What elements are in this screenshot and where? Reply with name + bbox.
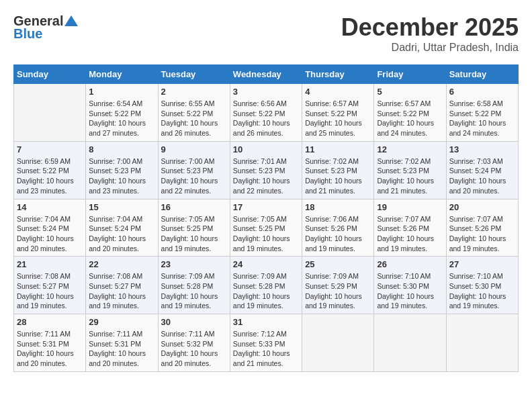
weekday-header-sunday: Sunday xyxy=(14,65,86,84)
day-info: Sunrise: 7:09 AM Sunset: 5:28 PM Dayligh… xyxy=(161,271,227,311)
calendar-cell: 17Sunrise: 7:05 AM Sunset: 5:25 PM Dayli… xyxy=(230,199,302,257)
calendar-cell: 26Sunrise: 7:10 AM Sunset: 5:30 PM Dayli… xyxy=(374,257,446,314)
calendar-cell: 13Sunrise: 7:03 AM Sunset: 5:24 PM Dayli… xyxy=(446,141,518,199)
day-info: Sunrise: 7:09 AM Sunset: 5:29 PM Dayligh… xyxy=(305,271,371,311)
calendar-cell: 15Sunrise: 7:04 AM Sunset: 5:24 PM Dayli… xyxy=(86,199,158,257)
calendar-cell: 30Sunrise: 7:11 AM Sunset: 5:32 PM Dayli… xyxy=(158,314,230,372)
calendar-cell: 2Sunrise: 6:55 AM Sunset: 5:22 PM Daylig… xyxy=(158,84,230,142)
weekday-header-wednesday: Wednesday xyxy=(230,65,302,84)
weekday-header-friday: Friday xyxy=(374,65,446,84)
weekday-header-tuesday: Tuesday xyxy=(158,65,230,84)
header: General Blue December 2025 Dadri, Uttar … xyxy=(13,13,519,54)
weekday-header-thursday: Thursday xyxy=(302,65,374,84)
day-number: 19 xyxy=(377,202,443,212)
day-number: 1 xyxy=(89,87,154,97)
calendar-cell: 10Sunrise: 7:01 AM Sunset: 5:23 PM Dayli… xyxy=(230,141,302,199)
title-area: December 2025 Dadri, Uttar Pradesh, Indi… xyxy=(341,13,519,54)
calendar-cell: 3Sunrise: 6:56 AM Sunset: 5:22 PM Daylig… xyxy=(230,84,302,142)
calendar-cell: 25Sunrise: 7:09 AM Sunset: 5:29 PM Dayli… xyxy=(302,257,374,314)
logo-icon xyxy=(64,14,78,28)
calendar-week-row: 7Sunrise: 6:59 AM Sunset: 5:22 PM Daylig… xyxy=(14,141,519,199)
calendar: SundayMondayTuesdayWednesdayThursdayFrid… xyxy=(13,64,519,372)
day-info: Sunrise: 7:09 AM Sunset: 5:28 PM Dayligh… xyxy=(233,271,299,311)
weekday-header-saturday: Saturday xyxy=(446,65,518,84)
day-number: 22 xyxy=(89,259,154,269)
day-info: Sunrise: 7:05 AM Sunset: 5:25 PM Dayligh… xyxy=(161,214,227,254)
day-info: Sunrise: 7:02 AM Sunset: 5:23 PM Dayligh… xyxy=(305,156,371,196)
day-info: Sunrise: 7:10 AM Sunset: 5:30 PM Dayligh… xyxy=(377,271,443,311)
calendar-cell: 28Sunrise: 7:11 AM Sunset: 5:31 PM Dayli… xyxy=(14,314,86,372)
day-number: 13 xyxy=(449,144,515,154)
calendar-cell: 24Sunrise: 7:09 AM Sunset: 5:28 PM Dayli… xyxy=(230,257,302,314)
day-number: 21 xyxy=(17,259,83,269)
day-info: Sunrise: 6:55 AM Sunset: 5:22 PM Dayligh… xyxy=(161,99,227,138)
calendar-cell xyxy=(14,84,86,142)
day-info: Sunrise: 7:11 AM Sunset: 5:31 PM Dayligh… xyxy=(17,329,83,369)
day-info: Sunrise: 7:08 AM Sunset: 5:27 PM Dayligh… xyxy=(89,271,154,311)
day-number: 7 xyxy=(17,144,83,154)
weekday-header-monday: Monday xyxy=(86,65,158,84)
calendar-cell: 16Sunrise: 7:05 AM Sunset: 5:25 PM Dayli… xyxy=(158,199,230,257)
day-number: 12 xyxy=(377,144,443,154)
day-number: 15 xyxy=(89,202,154,212)
day-number: 29 xyxy=(89,317,154,327)
calendar-week-row: 1Sunrise: 6:54 AM Sunset: 5:22 PM Daylig… xyxy=(14,84,519,142)
logo: General Blue xyxy=(13,13,78,42)
calendar-cell xyxy=(446,314,518,372)
day-info: Sunrise: 6:57 AM Sunset: 5:22 PM Dayligh… xyxy=(305,99,371,138)
day-number: 20 xyxy=(449,202,515,212)
calendar-cell: 18Sunrise: 7:06 AM Sunset: 5:26 PM Dayli… xyxy=(302,199,374,257)
day-info: Sunrise: 6:56 AM Sunset: 5:22 PM Dayligh… xyxy=(233,99,299,138)
day-info: Sunrise: 6:58 AM Sunset: 5:22 PM Dayligh… xyxy=(449,99,515,138)
day-number: 26 xyxy=(377,259,443,269)
day-number: 31 xyxy=(233,317,299,327)
day-info: Sunrise: 7:10 AM Sunset: 5:30 PM Dayligh… xyxy=(449,271,515,311)
day-number: 25 xyxy=(305,259,371,269)
day-number: 3 xyxy=(233,87,299,97)
day-number: 27 xyxy=(449,259,515,269)
calendar-cell: 5Sunrise: 6:57 AM Sunset: 5:22 PM Daylig… xyxy=(374,84,446,142)
day-number: 17 xyxy=(233,202,299,212)
day-number: 14 xyxy=(17,202,83,212)
day-number: 5 xyxy=(377,87,443,97)
calendar-week-row: 14Sunrise: 7:04 AM Sunset: 5:24 PM Dayli… xyxy=(14,199,519,257)
day-info: Sunrise: 6:57 AM Sunset: 5:22 PM Dayligh… xyxy=(377,99,443,138)
calendar-cell: 21Sunrise: 7:08 AM Sunset: 5:27 PM Dayli… xyxy=(14,257,86,314)
day-number: 30 xyxy=(161,317,227,327)
month-title: December 2025 xyxy=(341,13,519,42)
day-number: 28 xyxy=(17,317,83,327)
calendar-week-row: 28Sunrise: 7:11 AM Sunset: 5:31 PM Dayli… xyxy=(14,314,519,372)
day-info: Sunrise: 7:00 AM Sunset: 5:23 PM Dayligh… xyxy=(89,156,154,196)
calendar-cell: 27Sunrise: 7:10 AM Sunset: 5:30 PM Dayli… xyxy=(446,257,518,314)
day-number: 8 xyxy=(89,144,154,154)
day-info: Sunrise: 6:59 AM Sunset: 5:22 PM Dayligh… xyxy=(17,156,83,196)
day-info: Sunrise: 7:01 AM Sunset: 5:23 PM Dayligh… xyxy=(233,156,299,196)
weekday-header-row: SundayMondayTuesdayWednesdayThursdayFrid… xyxy=(14,65,519,84)
calendar-cell: 14Sunrise: 7:04 AM Sunset: 5:24 PM Dayli… xyxy=(14,199,86,257)
calendar-cell xyxy=(374,314,446,372)
day-info: Sunrise: 7:07 AM Sunset: 5:26 PM Dayligh… xyxy=(377,214,443,254)
day-number: 23 xyxy=(161,259,227,269)
day-number: 16 xyxy=(161,202,227,212)
day-info: Sunrise: 7:00 AM Sunset: 5:23 PM Dayligh… xyxy=(161,156,227,196)
day-number: 9 xyxy=(161,144,227,154)
logo-blue-text: Blue xyxy=(13,26,42,42)
calendar-week-row: 21Sunrise: 7:08 AM Sunset: 5:27 PM Dayli… xyxy=(14,257,519,314)
calendar-cell: 7Sunrise: 6:59 AM Sunset: 5:22 PM Daylig… xyxy=(14,141,86,199)
calendar-cell: 31Sunrise: 7:12 AM Sunset: 5:33 PM Dayli… xyxy=(230,314,302,372)
calendar-cell: 20Sunrise: 7:07 AM Sunset: 5:26 PM Dayli… xyxy=(446,199,518,257)
day-info: Sunrise: 7:04 AM Sunset: 5:24 PM Dayligh… xyxy=(17,214,83,254)
day-info: Sunrise: 7:12 AM Sunset: 5:33 PM Dayligh… xyxy=(233,329,299,369)
calendar-cell: 22Sunrise: 7:08 AM Sunset: 5:27 PM Dayli… xyxy=(86,257,158,314)
calendar-cell: 12Sunrise: 7:02 AM Sunset: 5:23 PM Dayli… xyxy=(374,141,446,199)
calendar-cell: 11Sunrise: 7:02 AM Sunset: 5:23 PM Dayli… xyxy=(302,141,374,199)
day-info: Sunrise: 7:02 AM Sunset: 5:23 PM Dayligh… xyxy=(377,156,443,196)
day-info: Sunrise: 7:03 AM Sunset: 5:24 PM Dayligh… xyxy=(449,156,515,196)
day-number: 18 xyxy=(305,202,371,212)
day-number: 24 xyxy=(233,259,299,269)
calendar-cell: 19Sunrise: 7:07 AM Sunset: 5:26 PM Dayli… xyxy=(374,199,446,257)
day-number: 6 xyxy=(449,87,515,97)
calendar-cell xyxy=(302,314,374,372)
svg-marker-0 xyxy=(64,15,78,26)
day-number: 4 xyxy=(305,87,371,97)
